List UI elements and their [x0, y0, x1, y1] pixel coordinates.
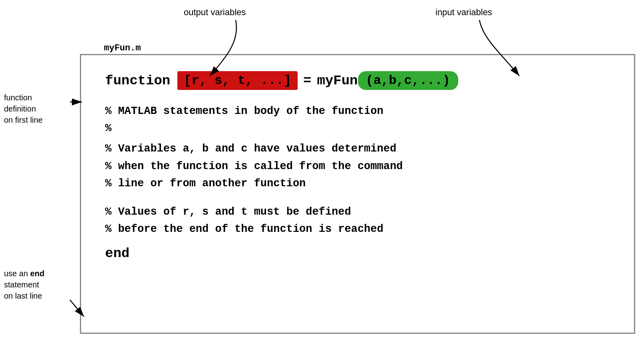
comment-line-7: % before the end of the function is reac… [105, 221, 614, 238]
comment-line-5: % line or from another function [105, 175, 614, 192]
function-name: myFun [317, 73, 358, 88]
input-vars-box: (a,b,c,...) [358, 71, 458, 90]
input-variables-label: input variables [435, 7, 492, 18]
comment-line-3: % Variables a, b and c have values deter… [105, 140, 614, 158]
comment-block-1: % MATLAB statements in body of the funct… [105, 103, 614, 137]
equals-sign: = [303, 73, 311, 88]
output-variables-label: output variables [184, 7, 246, 18]
code-box: function [r, s, t, ...] = myFun (a,b,c,.… [80, 54, 635, 334]
end-statement-annotation: use an endstatementon last line [4, 268, 44, 301]
function-definition-annotation: functiondefinitionon first line [4, 92, 43, 126]
comment-block-3: % Values of r, s and t must be defined %… [105, 203, 614, 238]
end-keyword: end [105, 246, 614, 261]
function-definition-line: function [r, s, t, ...] = myFun (a,b,c,.… [105, 71, 614, 90]
function-keyword: function [105, 73, 170, 88]
comment-line-2: % [105, 120, 614, 137]
file-label: myFun.m [104, 43, 141, 53]
comment-block-2: % Variables a, b and c have values deter… [105, 140, 614, 192]
comment-line-1: % MATLAB statements in body of the funct… [105, 103, 614, 120]
comment-line-6: % Values of r, s and t must be defined [105, 203, 614, 221]
comment-line-4: % when the function is called from the c… [105, 158, 614, 175]
output-vars-box: [r, s, t, ...] [177, 71, 298, 90]
